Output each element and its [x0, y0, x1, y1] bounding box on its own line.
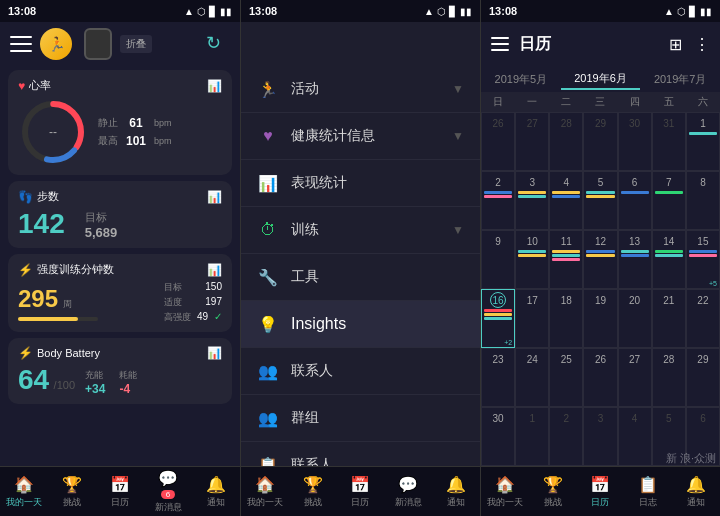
menu-nav-messages[interactable]: 💬 新消息 [384, 475, 432, 509]
cal-calendar-label: 日历 [591, 496, 609, 509]
cal-cell-may30[interactable]: 30 [618, 112, 652, 171]
cal-month-may[interactable]: 2019年5月 [481, 70, 561, 89]
cal-cell-jun6[interactable]: 6 [618, 171, 652, 230]
cal-cell-jun13[interactable]: 13 [618, 230, 652, 289]
cal-cell-jun26[interactable]: 26 [583, 348, 617, 407]
goal-label: 目标 [164, 281, 182, 294]
menu-item-performance[interactable]: 📊 表现统计 [241, 160, 480, 207]
cal-cell-jun10[interactable]: 10 [515, 230, 549, 289]
cal-nav: 日历 ⊞ ⋮ [481, 22, 720, 66]
cal-cell-jun14[interactable]: 14 [652, 230, 686, 289]
menu-item-health[interactable]: ♥ 健康统计信息 ▼ [241, 113, 480, 160]
cal-cell-jun16[interactable]: 16 +2 [481, 289, 515, 348]
cal-cell-jun5[interactable]: 5 [583, 171, 617, 230]
cal-cell-jun19[interactable]: 19 [583, 289, 617, 348]
time-p2: 13:08 [249, 5, 277, 17]
cal-nav-log[interactable]: 📋 日志 [624, 475, 672, 509]
cal-cell-jun18[interactable]: 18 [549, 289, 583, 348]
cal-cell-jun2[interactable]: 2 [481, 171, 515, 230]
menu-item-insights[interactable]: 💡 Insights [241, 301, 480, 348]
signal-icon-p3: ▊ [689, 6, 697, 17]
cal-cell-may31[interactable]: 31 [652, 112, 686, 171]
cal-cell-may29[interactable]: 29 [583, 112, 617, 171]
cal-cell-jul2[interactable]: 2 [549, 407, 583, 466]
cal-cell-jun9[interactable]: 15 9 [481, 230, 515, 289]
nav-my-day[interactable]: 🏠 我的一天 [0, 475, 48, 509]
cal-menu-icon[interactable] [491, 37, 509, 51]
menu-item-activity[interactable]: 🏃 活动 ▼ [241, 66, 480, 113]
cal-cell-may27[interactable]: 27 [515, 112, 549, 171]
menu-item-tools[interactable]: 🔧 工具 [241, 254, 480, 301]
battery-chart-icon[interactable]: 📊 [207, 346, 222, 360]
cal-cell-jun23[interactable]: 23 [481, 348, 515, 407]
cal-cell-jun28[interactable]: 28 [652, 348, 686, 407]
groups-label: 群组 [291, 409, 464, 427]
cal-cell-jun11[interactable]: 11 [549, 230, 583, 289]
cal-nav-calendar[interactable]: 📅 日历 [577, 475, 625, 509]
menu-item-training[interactable]: ⏱ 训练 ▼ [241, 207, 480, 254]
menu-nav-challenge[interactable]: 🏆 挑战 [289, 475, 337, 509]
cal-cell-jun12[interactable]: 12 [583, 230, 617, 289]
menu-nav-notifications[interactable]: 🔔 通知 [432, 475, 480, 509]
cal-cell-jun20[interactable]: 20 [618, 289, 652, 348]
menu-nav-myday[interactable]: 🏠 我的一天 [241, 475, 289, 509]
cal-title: 日历 [519, 34, 551, 55]
cal-cell-jul4[interactable]: 4 [618, 407, 652, 466]
insights-label: Insights [291, 315, 464, 333]
cal-filter-icon[interactable]: ⊞ [669, 35, 682, 54]
avatar[interactable]: 🏃 [40, 28, 72, 60]
cal-cell-jun29[interactable]: 29 [686, 348, 720, 407]
menu-content: 🏃 活动 ▼ ♥ 健康统计信息 ▼ 📊 表现统计 ⏱ 训练 ▼ 🔧 工具 💡 [241, 66, 480, 466]
cal-cell-jun30[interactable]: 30 [481, 407, 515, 466]
nav-messages[interactable]: 💬 6 新消息 [144, 469, 192, 514]
cal-cell-jun17[interactable]: 17 [515, 289, 549, 348]
nav-notifications[interactable]: 🔔 通知 [192, 475, 240, 509]
weekday-sun: 日 [481, 92, 515, 112]
weekday-thu: 四 [618, 92, 652, 112]
menu-item-contacts1[interactable]: 👥 联系人 [241, 348, 480, 395]
cal-cell-jun24[interactable]: 24 [515, 348, 549, 407]
menu-item-contacts2[interactable]: 📋 联系人 [241, 442, 480, 466]
cal-nav-challenge[interactable]: 🏆 挑战 [529, 475, 577, 509]
menu-nav [241, 22, 480, 66]
fold-button[interactable]: 折叠 [120, 35, 152, 53]
cal-months-header: 2019年5月 2019年6月 2019年7月 [481, 66, 720, 92]
cal-cell-jun27[interactable]: 27 [618, 348, 652, 407]
battery-max: /100 [54, 379, 75, 391]
dashboard-panel: 13:08 ▲ ⬡ ▊ ▮▮ 🏃 折叠 ↻ ♥ 心率 📊 [0, 0, 240, 516]
cal-cell-jun21[interactable]: 21 [652, 289, 686, 348]
cal-cell-may26[interactable]: 26 [481, 112, 515, 171]
cal-myday-label: 我的一天 [487, 496, 523, 509]
nav-calendar[interactable]: 📅 日历 [96, 475, 144, 509]
cal-cell-jun3[interactable]: 3 [515, 171, 549, 230]
cal-cell-jun4[interactable]: 4 [549, 171, 583, 230]
contacts1-label: 联系人 [291, 362, 464, 380]
cal-cell-jun25[interactable]: 25 [549, 348, 583, 407]
cal-cell-jul3[interactable]: 3 [583, 407, 617, 466]
cal-month-july[interactable]: 2019年7月 [640, 70, 720, 89]
menu-item-groups[interactable]: 👥 群组 [241, 395, 480, 442]
steps-chart-icon[interactable]: 📊 [207, 190, 222, 204]
menu-calendar-icon: 📅 [350, 475, 370, 494]
menu-icon[interactable] [10, 36, 32, 52]
cal-nav-myday[interactable]: 🏠 我的一天 [481, 475, 529, 509]
messages-icon: 💬 [158, 469, 178, 488]
heart-chart-icon[interactable]: 📊 [207, 79, 222, 93]
cal-more-icon[interactable]: ⋮ [694, 35, 710, 54]
health-chevron: ▼ [452, 129, 464, 143]
cal-cell-may28[interactable]: 28 [549, 112, 583, 171]
signal-icon: ▊ [209, 6, 217, 17]
cal-cell-jun15[interactable]: 15 +5 [686, 230, 720, 289]
sync-icon[interactable]: ↻ [206, 32, 230, 56]
cal-month-june[interactable]: 2019年6月 [561, 69, 641, 90]
cal-cell-jun7[interactable]: 7 [652, 171, 686, 230]
cal-cell-jun22[interactable]: 22 [686, 289, 720, 348]
cal-cell-jun1[interactable]: 1 [686, 112, 720, 171]
intensity-chart-icon[interactable]: 📊 [207, 263, 222, 277]
cal-cell-jul1[interactable]: 1 [515, 407, 549, 466]
nav-challenge[interactable]: 🏆 挑战 [48, 475, 96, 509]
cal-nav-notifications[interactable]: 🔔 通知 [672, 475, 720, 509]
calendar-icon: 📅 [110, 475, 130, 494]
menu-nav-calendar[interactable]: 📅 日历 [337, 475, 385, 509]
cal-cell-jun8[interactable]: 8 [686, 171, 720, 230]
